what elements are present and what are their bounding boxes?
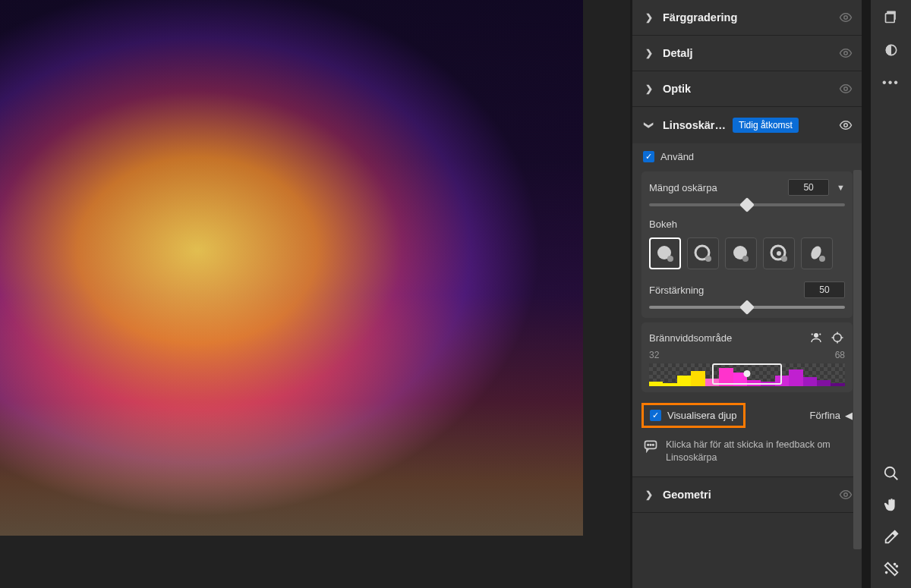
section-header-geometri[interactable]: ❯ Geometri [632, 477, 862, 512]
more-icon[interactable]: ••• [882, 76, 900, 90]
section-title: Optik [663, 83, 839, 95]
blur-amount-label: Mängd oskärpa [649, 182, 788, 193]
refine-button[interactable]: Förfina ◀ [810, 410, 853, 421]
svg-point-24 [648, 445, 649, 446]
apply-row[interactable]: Använd [632, 146, 862, 167]
svg-point-16 [819, 333, 821, 335]
svg-point-17 [812, 333, 813, 335]
section-header-farggradering[interactable]: ❯ Färggradering [632, 0, 862, 35]
section-optik: ❯ Optik [632, 71, 862, 107]
svg-point-35 [896, 565, 897, 567]
section-title: Färggradering [663, 11, 839, 24]
feedback-bubble-icon [643, 439, 658, 464]
focal-range-graph[interactable] [649, 363, 845, 386]
chevron-right-icon: ❯ [643, 48, 655, 58]
zoom-icon[interactable] [883, 465, 900, 482]
edit-side-panel: ❯ Färggradering ❯ Detalj ❯ Optik ❯ [632, 0, 862, 588]
eyedropper-icon[interactable] [883, 529, 900, 546]
svg-point-5 [667, 256, 673, 262]
bokeh-label: Bokeh [649, 219, 845, 230]
visibility-icon[interactable] [839, 488, 853, 502]
feedback-row[interactable]: Klicka här för att skicka in feedback om… [632, 431, 862, 467]
dropdown-caret-icon[interactable]: ▼ [837, 183, 845, 192]
chevron-down-icon: ❯ [644, 119, 654, 131]
svg-point-25 [650, 445, 651, 446]
panels-icon[interactable] [884, 9, 899, 24]
focal-range-card: Brännviddsområde 32 68 [641, 322, 853, 392]
svg-point-34 [894, 564, 895, 565]
section-detalj: ❯ Detalj [632, 36, 862, 71]
section-header-optik[interactable]: ❯ Optik [632, 71, 862, 106]
heal-icon[interactable] [883, 561, 900, 577]
mask-icon[interactable] [884, 42, 899, 58]
bokeh-option-4[interactable] [763, 237, 795, 269]
section-linsoskarpa: ❯ Linsoskär… Tidig åtkomst Använd Mängd … [632, 107, 862, 477]
refine-label: Förfina [810, 410, 840, 421]
blur-amount-slider[interactable] [649, 203, 845, 206]
section-body-linsoskarpa: Använd Mängd oskärpa 50 ▼ Bokeh [632, 143, 862, 476]
gain-value[interactable]: 50 [804, 281, 845, 298]
canvas-area[interactable] [0, 0, 630, 588]
bokeh-options [649, 237, 845, 269]
svg-point-15 [814, 333, 818, 338]
tool-strip: ••• [870, 0, 911, 588]
visibility-icon[interactable] [839, 46, 853, 60]
svg-point-18 [834, 334, 842, 342]
visualize-depth-row: Visualisera djup Förfina ◀ [641, 403, 853, 428]
chevron-right-icon: ❯ [643, 489, 655, 500]
chevron-left-icon: ◀ [845, 410, 853, 421]
focal-max: 68 [835, 350, 845, 360]
section-title: Linsoskär… [663, 119, 733, 131]
feedback-text: Klicka här för att skicka in feedback om… [666, 439, 851, 464]
apply-label: Använd [660, 151, 694, 162]
focal-range-label: Brännviddsområde [649, 332, 802, 344]
section-farggradering: ❯ Färggradering [632, 0, 862, 36]
focal-min: 32 [649, 350, 659, 360]
subject-select-icon[interactable] [809, 330, 824, 345]
svg-point-1 [844, 52, 848, 55]
svg-point-0 [844, 16, 848, 20]
svg-point-26 [653, 445, 654, 446]
svg-point-12 [781, 256, 787, 262]
svg-point-14 [819, 256, 825, 262]
svg-point-3 [844, 124, 848, 127]
visibility-icon[interactable] [839, 11, 853, 24]
svg-point-11 [777, 251, 781, 256]
early-access-badge: Tidig åtkomst [733, 118, 799, 133]
visualize-depth-checkbox[interactable] [650, 410, 661, 421]
svg-rect-29 [885, 14, 894, 23]
target-picker-icon[interactable] [830, 330, 845, 345]
gain-label: Förstärkning [649, 285, 804, 296]
section-header-detalj[interactable]: ❯ Detalj [632, 36, 862, 71]
hand-icon[interactable] [883, 497, 900, 514]
svg-point-2 [844, 87, 848, 91]
bokeh-option-2[interactable] [687, 237, 719, 269]
apply-checkbox[interactable] [643, 151, 654, 162]
svg-line-33 [893, 476, 897, 480]
visualize-depth-highlight: Visualisera djup [641, 403, 746, 428]
section-geometri: ❯ Geometri [632, 477, 862, 513]
bokeh-option-5[interactable] [801, 237, 833, 269]
section-title: Geometri [663, 489, 839, 501]
depth-visualization-image [0, 0, 583, 536]
svg-point-9 [742, 256, 749, 262]
section-header-linsoskarpa[interactable]: ❯ Linsoskär… Tidig åtkomst [632, 107, 862, 143]
section-title: Detalj [663, 47, 839, 59]
bokeh-option-3[interactable] [725, 237, 757, 269]
visibility-icon[interactable] [839, 82, 853, 96]
svg-point-32 [884, 467, 894, 477]
panel-scrollbar[interactable] [853, 170, 862, 549]
visualize-depth-label: Visualisera djup [667, 410, 737, 421]
blur-amount-value[interactable]: 50 [788, 179, 829, 196]
blur-amount-card: Mängd oskärpa 50 ▼ Bokeh [641, 171, 853, 318]
chevron-right-icon: ❯ [643, 83, 655, 94]
svg-point-27 [844, 493, 848, 497]
svg-point-36 [885, 572, 887, 574]
chevron-right-icon: ❯ [643, 12, 655, 23]
gain-slider[interactable] [649, 306, 845, 309]
svg-point-7 [705, 256, 711, 262]
visibility-icon[interactable] [839, 118, 853, 132]
bokeh-option-1[interactable] [649, 237, 681, 269]
